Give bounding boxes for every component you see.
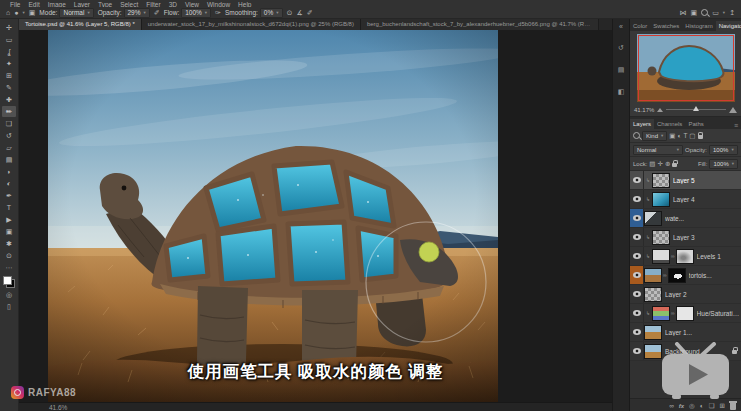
fill-select[interactable]: 100%▾ [709,159,738,169]
menu-item[interactable]: Image [48,0,66,7]
visibility-toggle[interactable] [630,323,644,341]
menu-item[interactable]: Edit [28,0,39,7]
mask-link-icon[interactable]: ∞ [663,272,667,278]
info-panel-icon[interactable]: ◧ [618,88,625,96]
toolbar-ellipsis-icon[interactable]: ⋯ [2,262,16,273]
path-selection-icon[interactable]: ▶ [2,214,16,225]
layer-name[interactable]: Layer 5 [673,177,741,184]
quick-selection-icon[interactable]: ✦ [2,58,16,69]
tab-paths[interactable]: Paths [685,119,706,129]
lock-position-icon[interactable]: ✛ [658,160,663,168]
blur-icon[interactable]: ◗ [2,166,16,177]
eyedropper-icon[interactable]: ✎ [2,82,16,93]
menu-item[interactable]: Layer [74,0,90,7]
mask-link-icon[interactable]: ∞ [671,310,675,316]
doc-tab-tortoise[interactable]: Tortoise.psd @ 41.6% (Layer 5, RGB/8) * [19,19,142,30]
visibility-toggle[interactable] [630,228,644,246]
layer-name[interactable]: Layer 2 [665,291,741,298]
layer-row-layer2[interactable]: Layer 2 [630,285,741,304]
move-icon[interactable]: ✢ [2,22,16,33]
layer-mask-thumbnail[interactable] [676,249,694,264]
collapse-panels-icon[interactable]: « [619,23,623,30]
navigator-thumbnail[interactable] [637,34,735,102]
brush-panel-toggle-icon[interactable]: ▣ [29,9,36,17]
shape-icon[interactable]: ▣ [2,226,16,237]
slider-thumb[interactable] [693,106,699,111]
tab-histogram[interactable]: Histogram [682,21,715,31]
tab-channels[interactable]: Channels [654,119,685,129]
layer-mask-thumbnail[interactable] [668,268,686,283]
canvas-image-tortoise[interactable] [48,30,498,402]
layer-thumbnail[interactable] [652,230,670,245]
layer-name[interactable]: Layer 3 [673,234,741,241]
navigator-view-frame[interactable] [638,35,734,101]
filter-shape-icon[interactable]: ▢ [689,132,695,140]
layer-thumbnail[interactable] [652,173,670,188]
color-swatches[interactable] [3,276,15,288]
visibility-toggle[interactable] [630,266,644,284]
layer-thumbnail[interactable] [644,325,662,340]
layer-name[interactable]: Levels 1 [697,253,741,260]
layer-name[interactable]: tortois... [689,272,741,279]
tab-color[interactable]: Color [630,21,650,31]
adjustment-huesat-icon[interactable] [652,306,670,321]
layer-name[interactable]: wate... [665,215,741,222]
mode-select[interactable]: Normal▾ [59,8,93,18]
layer-name[interactable]: Hue/Saturation 1 [697,310,741,317]
filter-type-icon[interactable]: T [683,132,687,139]
clone-stamp-icon[interactable]: ❏ [2,118,16,129]
layer-opacity-select[interactable]: 100%▾ [709,145,738,155]
home-icon[interactable]: ⌂ [6,9,10,17]
canvas-area[interactable]: 使用画笔工具 吸取水的颜色 调整 [19,30,612,402]
filter-smart-object-icon[interactable] [698,135,703,139]
adjustment-levels-icon[interactable] [652,249,670,264]
tab-navigator[interactable]: Navigator [716,21,741,31]
pressure-opacity-icon[interactable]: ✐ [154,9,160,17]
gradient-icon[interactable]: ▤ [2,154,16,165]
visibility-toggle[interactable] [630,342,644,360]
zoom-out-icon[interactable] [657,108,663,112]
filter-pixel-icon[interactable]: ▣ [669,132,675,140]
tab-swatches[interactable]: Swatches [650,21,682,31]
search-icon[interactable] [701,9,708,16]
pen-icon[interactable]: ✒ [2,190,16,201]
menu-item[interactable]: Filter [146,0,160,7]
layer-row-layer3[interactable]: ↳ Layer 3 [630,228,741,247]
share-icon[interactable]: ↥ [729,9,735,17]
eraser-icon[interactable]: ▱ [2,142,16,153]
doc-tab-underwater[interactable]: underwater_stock_17_by_milkshinonalstock… [142,19,361,30]
filter-adjustment-icon[interactable]: ◐ [677,132,681,139]
status-zoom[interactable]: 41.6% [49,404,67,411]
menu-item[interactable]: Select [120,0,138,7]
tab-layers[interactable]: Layers [630,119,654,129]
visibility-toggle[interactable] [630,171,644,189]
mask-link-icon[interactable]: ∞ [671,253,675,259]
spot-healing-icon[interactable]: ✚ [2,94,16,105]
layer-name[interactable]: Layer 1... [665,329,741,336]
type-icon[interactable]: T [2,202,16,213]
layer-row-layer4[interactable]: ↳ Layer 4 [630,190,741,209]
layer-thumbnail[interactable] [644,268,662,283]
smoothing-select[interactable]: 0%▾ [260,8,283,18]
foreground-color[interactable] [3,276,12,285]
layer-thumbnail[interactable] [644,287,662,302]
visibility-toggle[interactable] [630,247,644,265]
flow-select[interactable]: 100%▾ [181,8,211,18]
hand-icon[interactable]: ✱ [2,238,16,249]
pressure-size-icon[interactable]: ✐ [307,9,313,17]
layer-thumbnail[interactable] [652,192,670,207]
screen-mode-icon[interactable]: ▯ [2,301,16,312]
visibility-toggle[interactable] [630,190,644,208]
quick-mask-icon[interactable]: ◎ [2,289,16,300]
airbrush-icon[interactable]: ✑ [215,9,221,17]
visibility-toggle[interactable] [630,209,644,227]
workspace-icon[interactable]: ▭ [712,9,719,17]
menu-item[interactable]: File [10,0,20,7]
layer-thumbnail[interactable] [644,211,662,226]
menu-item[interactable]: View [185,0,199,7]
lock-artboard-icon[interactable]: ⊕ [665,160,670,168]
opacity-select[interactable]: 29%▾ [124,8,150,18]
dodge-icon[interactable]: ◐ [2,178,16,189]
panel-menu-icon[interactable]: ≡ [734,122,738,129]
layer-row-huesaturation1[interactable]: ↳ ∞ Hue/Saturation 1 [630,304,741,323]
